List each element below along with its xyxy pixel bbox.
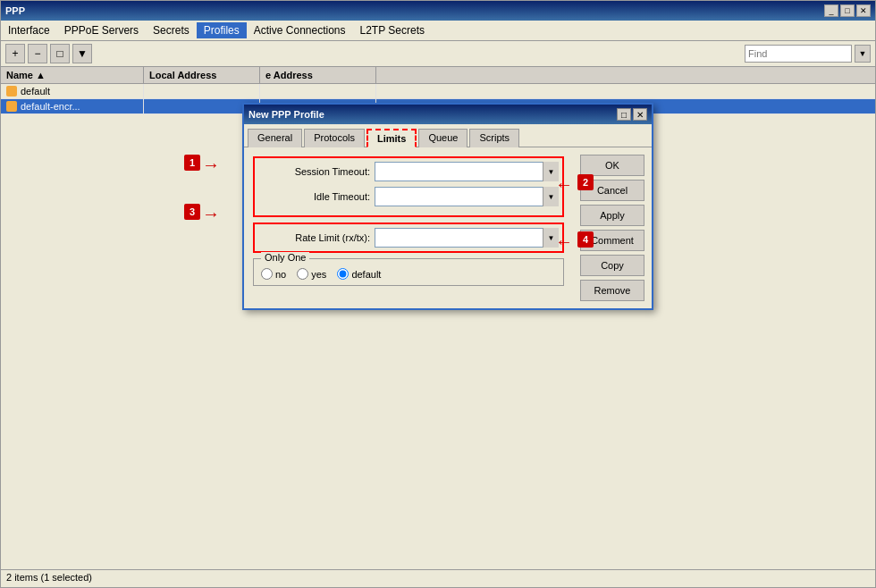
dialog-buttons: OK Cancel Apply Comment Copy Remove	[573, 147, 652, 308]
remove-button[interactable]: −	[28, 44, 47, 63]
annotation-arrow-2: ←	[555, 174, 573, 195]
radio-default-label: default	[351, 269, 381, 280]
dialog-close-button[interactable]: ✕	[633, 108, 647, 121]
find-input[interactable]	[745, 45, 852, 63]
annotation-badge-1: 1	[184, 155, 200, 171]
menu-bar: Interface PPPoE Servers Secrets Profiles…	[1, 21, 875, 41]
idle-timeout-select[interactable]	[375, 187, 559, 206]
maximize-button[interactable]: □	[840, 4, 855, 17]
ok-button[interactable]: OK	[580, 155, 644, 176]
filter-button[interactable]: ▼	[72, 44, 92, 63]
dialog-content: Session Timeout: ▼ Idle Timeout:	[244, 147, 652, 308]
tab-protocols[interactable]: Protocols	[304, 129, 365, 147]
menu-pppoe-servers[interactable]: PPPoE Servers	[57, 22, 146, 38]
radio-default: default	[337, 268, 381, 280]
idle-timeout-select-wrapper: ▼	[375, 187, 559, 206]
find-box: ▼	[745, 45, 871, 63]
dialog-title-controls: □ ✕	[617, 108, 647, 121]
copy-button[interactable]: Copy	[580, 255, 644, 276]
apply-button[interactable]: Apply	[580, 205, 644, 226]
menu-l2tp-secrets[interactable]: L2TP Secrets	[353, 22, 432, 38]
close-button[interactable]: ✕	[856, 4, 871, 17]
annotation-arrow-4: ←	[555, 231, 573, 252]
annotation-badge-2: 2	[577, 174, 594, 190]
radio-yes-label: yes	[311, 269, 326, 280]
dialog-title: New PPP Profile	[248, 109, 324, 120]
tab-scripts[interactable]: Scripts	[469, 129, 519, 147]
radio-yes: yes	[297, 268, 326, 280]
dialog-overlay: New PPP Profile □ ✕ General Protocols Li…	[1, 67, 875, 569]
tab-queue[interactable]: Queue	[418, 129, 467, 147]
session-timeout-select[interactable]	[375, 162, 559, 181]
radio-default-input[interactable]	[337, 268, 349, 280]
remove-button[interactable]: Remove	[580, 280, 644, 301]
app-title: PPP	[5, 5, 25, 16]
radio-no: no	[261, 268, 286, 280]
title-bar: PPP _ □ ✕	[1, 1, 875, 21]
dialog-title-bar: New PPP Profile □ ✕	[244, 105, 652, 124]
group-box-content: no yes default	[254, 259, 563, 285]
dialog: New PPP Profile □ ✕ General Protocols Li…	[242, 103, 653, 310]
minimize-button[interactable]: _	[824, 4, 838, 17]
annotation-arrow-1: →	[202, 155, 220, 175]
status-bar: 2 items (1 selected)	[1, 569, 875, 587]
only-one-title: Only One	[261, 252, 309, 263]
dialog-tabs: General Protocols Limits Queue Scripts	[244, 124, 652, 147]
add-button[interactable]: +	[5, 44, 25, 63]
menu-active-connections[interactable]: Active Connections	[247, 22, 353, 38]
radio-no-input[interactable]	[261, 268, 273, 280]
rate-limit-select-wrapper: ▼	[375, 228, 559, 248]
menu-interface[interactable]: Interface	[1, 22, 57, 38]
annotation-arrow-3: →	[202, 204, 220, 224]
toolbar: + − □ ▼ ▼	[1, 41, 875, 67]
rate-limit-section: Rate Limit (rx/tx): ▼	[253, 223, 564, 253]
annotation-badge-3: 3	[184, 204, 200, 220]
session-timeout-row: Session Timeout: ▼	[258, 162, 559, 181]
idle-timeout-row: Idle Timeout: ▼	[258, 187, 559, 206]
rate-limit-label: Rate Limit (rx/tx):	[258, 232, 375, 243]
tab-limits[interactable]: Limits	[366, 129, 417, 147]
idle-timeout-label: Idle Timeout:	[258, 191, 375, 202]
session-timeout-select-wrapper: ▼	[375, 162, 559, 181]
only-one-group: Only One no yes	[253, 258, 564, 286]
dialog-form: Session Timeout: ▼ Idle Timeout:	[244, 147, 573, 308]
annotation-badge-4: 4	[577, 231, 594, 248]
window-controls: _ □ ✕	[824, 4, 871, 17]
menu-profiles[interactable]: Profiles	[197, 22, 247, 38]
rate-limit-select[interactable]	[375, 228, 559, 248]
menu-secrets[interactable]: Secrets	[146, 22, 197, 38]
rate-limit-row: Rate Limit (rx/tx): ▼	[258, 228, 559, 248]
dialog-restore-button[interactable]: □	[617, 108, 631, 121]
tab-general[interactable]: General	[248, 129, 302, 147]
content-area: Name ▲ Local Address e Address default	[1, 67, 875, 569]
session-timeout-label: Session Timeout:	[258, 166, 375, 177]
find-dropdown-button[interactable]: ▼	[855, 45, 871, 63]
radio-no-label: no	[275, 269, 286, 280]
copy-button[interactable]: □	[50, 44, 70, 63]
timeout-section: Session Timeout: ▼ Idle Timeout:	[253, 156, 564, 217]
main-window: PPP _ □ ✕ Interface PPPoE Servers Secret…	[0, 0, 876, 588]
status-text: 2 items (1 selected)	[6, 572, 92, 583]
radio-yes-input[interactable]	[297, 268, 308, 280]
